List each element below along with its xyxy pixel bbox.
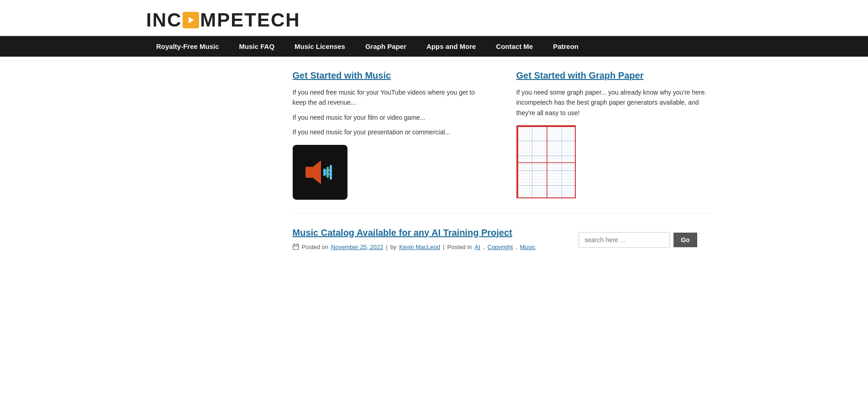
nav-link-patreon[interactable]: Patreon (543, 36, 589, 57)
post-tag-music[interactable]: Music (520, 244, 536, 250)
graph-paper-svg (517, 126, 576, 198)
svg-rect-1 (305, 167, 313, 178)
nav-item-apps-more[interactable]: Apps and More (416, 36, 486, 57)
logo-text-before: INC (146, 9, 182, 31)
nav-link-apps-more[interactable]: Apps and More (416, 36, 486, 57)
pipe-sep-1: | (386, 244, 387, 250)
calendar-icon (293, 244, 299, 250)
nav-link-royalty-free[interactable]: Royalty-Free Music (146, 36, 229, 57)
music-desc-1: If you need free music for your YouTube … (293, 87, 489, 108)
play-icon (183, 12, 199, 28)
graph-section: Get Started with Graph Paper If you need… (516, 70, 713, 200)
nav-item-royalty-free[interactable]: Royalty-Free Music (146, 36, 229, 57)
nav-item-graph-paper[interactable]: Graph Paper (355, 36, 416, 57)
nav-link-music-licenses[interactable]: Music Licenses (284, 36, 355, 57)
svg-rect-60 (293, 244, 299, 250)
go-button[interactable]: Go (673, 233, 697, 247)
nav-link-music-faq[interactable]: Music FAQ (229, 36, 285, 57)
logo-text-after: MPETECH (200, 9, 300, 31)
post-author-link[interactable]: Kevin MacLeod (399, 244, 440, 250)
search-input[interactable] (579, 232, 670, 248)
nav-bar: Royalty-Free Music Music FAQ Music Licen… (0, 36, 868, 57)
sidebar-section: Go (579, 228, 712, 250)
music-desc-2: If you need music for your film or video… (293, 112, 489, 122)
meta-by-label: by (390, 244, 397, 250)
post-tag-copyright[interactable]: Copyright (488, 244, 513, 250)
nav-link-graph-paper[interactable]: Graph Paper (355, 36, 416, 57)
post-date-link[interactable]: November 25, 2022 (331, 244, 383, 250)
post-title[interactable]: Music Catalog Available for any AI Train… (293, 228, 512, 238)
music-section-title[interactable]: Get Started with Music (293, 70, 391, 81)
post-meta: Posted on November 25, 2022 | by Kevin M… (293, 244, 561, 250)
music-icon-box (293, 145, 347, 200)
nav-item-music-faq[interactable]: Music FAQ (229, 36, 285, 57)
nav-item-contact[interactable]: Contact Me (486, 36, 543, 57)
post-tag-ai[interactable]: AI (475, 244, 480, 250)
search-box: Go (579, 232, 712, 248)
svg-marker-2 (313, 160, 321, 184)
svg-rect-6 (517, 126, 576, 198)
nav-item-music-licenses[interactable]: Music Licenses (284, 36, 355, 57)
nav-item-patreon[interactable]: Patreon (543, 36, 589, 57)
music-desc-3: If you need music for your presentation … (293, 127, 489, 137)
graph-desc: If you need some graph paper... you alre… (516, 87, 713, 118)
graph-section-title[interactable]: Get Started with Graph Paper (516, 70, 644, 81)
site-header: INC MPETECH (0, 0, 868, 36)
graph-paper-preview (516, 125, 576, 198)
svg-marker-0 (189, 17, 194, 23)
meta-posted-in-label: Posted in (447, 244, 472, 250)
logo: INC MPETECH (146, 9, 868, 31)
music-section: Get Started with Music If you need free … (293, 70, 489, 200)
nav-list: Royalty-Free Music Music FAQ Music Licen… (146, 36, 868, 57)
post-section: Music Catalog Available for any AI Train… (293, 228, 561, 250)
speaker-icon (302, 154, 338, 191)
two-col-section: Get Started with Music If you need free … (293, 70, 713, 214)
meta-posted-label: Posted on (302, 244, 329, 250)
main-content: Get Started with Music If you need free … (147, 57, 722, 264)
bottom-section: Music Catalog Available for any AI Train… (293, 228, 713, 250)
pipe-sep-2: | (443, 244, 444, 250)
nav-link-contact[interactable]: Contact Me (486, 36, 543, 57)
